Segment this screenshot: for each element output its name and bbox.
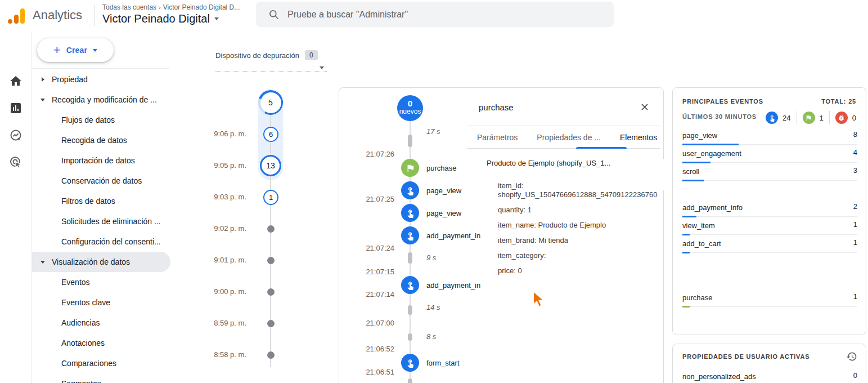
nav-item-configuracion-consentimiento[interactable]: Configuración del consenti... bbox=[32, 231, 176, 252]
timeline-time-label: 9:06 p. m. bbox=[201, 130, 246, 138]
create-button-label: Crear bbox=[66, 46, 88, 55]
event-count-row[interactable]: scroll3 bbox=[682, 166, 857, 181]
conversion-flag-icon bbox=[803, 112, 815, 124]
top-events-card: PRINCIPALES EVENTOS TOTAL: 25 ÚLTIMOS 30… bbox=[672, 87, 866, 335]
stream-timestamp: 21:07:00 bbox=[339, 319, 394, 327]
chevron-right-icon: › bbox=[159, 4, 161, 11]
stream-timestamp: 21:07:25 bbox=[339, 195, 394, 203]
breadcrumb-current[interactable]: Victor Peinado Digital D... bbox=[163, 3, 240, 11]
touch-event-icon bbox=[766, 112, 778, 124]
timeline-time-label: 9:00 p. m. bbox=[201, 287, 246, 296]
new-events-badge[interactable]: 0 nuevos bbox=[397, 95, 423, 121]
stream-timestamp: 21:07:15 bbox=[339, 268, 394, 276]
nav-item-flujos-de-datos[interactable]: Flujos de datos bbox=[32, 110, 176, 130]
event-count-row[interactable]: purchase1 bbox=[682, 292, 857, 307]
stream-event-form-start[interactable]: form_start bbox=[401, 354, 460, 372]
stream-event-add-payment[interactable]: add_payment_in bbox=[401, 276, 480, 294]
nav-item-solicitudes-eliminacion[interactable]: Solicitudes de eliminación ... bbox=[32, 211, 176, 231]
nav-item-filtros-de-datos[interactable]: Filtros de datos bbox=[32, 191, 176, 211]
nav-item-eventos[interactable]: Eventos bbox=[32, 272, 176, 292]
detail-tabs: Parámetros Propiedades de ... Elementos bbox=[477, 133, 657, 148]
event-count-row[interactable]: add_payment_info2 bbox=[682, 202, 857, 217]
nav-item-comparaciones[interactable]: Comparaciones bbox=[32, 353, 176, 373]
timeline-minute-current[interactable]: 5 bbox=[258, 90, 283, 115]
stream-axis bbox=[410, 108, 411, 383]
reports-icon[interactable] bbox=[9, 101, 23, 115]
stream-event-add-payment[interactable]: add_payment_in bbox=[401, 226, 480, 244]
event-count-row[interactable]: page_view8 bbox=[682, 130, 857, 145]
stream-event-page-view[interactable]: page_view bbox=[401, 204, 461, 222]
stream-duration: 17 s bbox=[426, 127, 440, 136]
top-events-title: PRINCIPALES EVENTOS bbox=[682, 98, 763, 105]
timeline-minute-859[interactable] bbox=[267, 320, 275, 327]
counter-divider bbox=[797, 111, 797, 124]
stream-timestamp: 21:06:52 bbox=[339, 345, 394, 353]
stream-timestamp: 21:07:24 bbox=[339, 244, 394, 252]
stream-duration: 9 s bbox=[426, 253, 436, 262]
timeline-minute-901[interactable] bbox=[267, 257, 275, 264]
debug-device-selector[interactable]: Dispositivo de depuración 0 bbox=[215, 50, 318, 60]
timeline-axis bbox=[270, 103, 271, 367]
breadcrumb-root[interactable]: Todas las cuentas bbox=[102, 3, 156, 11]
chevron-right-icon bbox=[39, 69, 47, 90]
event-count-row[interactable]: user_engagement4 bbox=[682, 148, 857, 163]
event-bar bbox=[682, 180, 704, 181]
search-input[interactable]: Pruebe a buscar "Administrar" bbox=[256, 2, 614, 27]
field-item-brand: item_brand: Mi tienda bbox=[498, 236, 660, 245]
item-expander[interactable]: Producto de Ejemplo (shopify_US_1... 6 bbox=[487, 159, 655, 167]
timeline-minute-905[interactable]: 13 bbox=[260, 155, 281, 176]
top-events-subtitle: ÚLTIMOS 30 MINUTOS bbox=[682, 113, 757, 120]
breadcrumb[interactable]: Todas las cuentas›Victor Peinado Digital… bbox=[102, 3, 240, 11]
detail-header-divider bbox=[467, 126, 660, 126]
nav-item-segmentos[interactable]: Segmentos bbox=[32, 373, 176, 383]
debug-device-count-badge: 0 bbox=[305, 50, 318, 60]
nav-section-propiedad[interactable]: Propiedad bbox=[32, 69, 176, 90]
nav-item-recogida-de-datos[interactable]: Recogida de datos bbox=[32, 130, 176, 150]
advertising-icon[interactable] bbox=[9, 155, 23, 169]
user-property-row[interactable]: non_personalized_ads0 bbox=[682, 371, 857, 381]
stream-event-purchase[interactable]: purchase bbox=[401, 159, 456, 177]
create-button[interactable]: + Crear bbox=[37, 38, 114, 62]
conversion-events-counter: 1 bbox=[803, 112, 824, 124]
nav-item-audiencias[interactable]: Audiencias bbox=[32, 313, 176, 333]
conversion-flag-icon bbox=[401, 159, 419, 177]
event-count-row[interactable]: add_to_cart1 bbox=[682, 238, 857, 253]
timeline-minute-903[interactable]: 1 bbox=[263, 190, 278, 205]
mouse-cursor bbox=[530, 290, 546, 309]
touch-event-icon bbox=[401, 354, 419, 372]
search-placeholder: Pruebe a buscar "Administrar" bbox=[287, 10, 408, 20]
touch-event-icon bbox=[401, 226, 419, 244]
timeline-minute-902[interactable] bbox=[267, 225, 275, 233]
nav-item-conservacion-de-datos[interactable]: Conservación de datos bbox=[32, 171, 176, 191]
chevron-down-icon[interactable] bbox=[320, 66, 324, 69]
stream-gap-marker bbox=[408, 252, 412, 264]
nav-list: Propiedad Recogida y modificación de ...… bbox=[32, 69, 176, 383]
tab-parametros[interactable]: Parámetros bbox=[477, 133, 518, 148]
tab-propiedades[interactable]: Propiedades de ... bbox=[537, 133, 601, 148]
nav-divider bbox=[32, 68, 169, 69]
event-stream-card: 0 nuevos 17 s 9 s 14 s 8 s 21:07:26 21:0… bbox=[339, 87, 664, 383]
error-bug-icon bbox=[835, 112, 848, 124]
nav-section-recogida[interactable]: Recogida y modificación de ... bbox=[32, 90, 176, 110]
stream-gap-marker bbox=[408, 305, 412, 315]
nav-item-importacion-de-datos[interactable]: Importación de datos bbox=[32, 150, 176, 171]
property-switcher[interactable]: Victor Peinado Digital bbox=[102, 12, 219, 25]
stream-event-page-view[interactable]: page_view bbox=[401, 181, 461, 199]
field-item-category: item_category: bbox=[498, 251, 660, 260]
explore-icon[interactable] bbox=[9, 128, 23, 142]
timeline-minute-900[interactable] bbox=[267, 288, 275, 296]
search-icon bbox=[268, 9, 280, 20]
nav-item-anotaciones[interactable]: Anotaciones bbox=[32, 333, 176, 353]
tab-elementos[interactable]: Elementos bbox=[620, 133, 657, 148]
event-count-row[interactable]: view_item1 bbox=[682, 220, 857, 235]
timeline-time-label: 9:03 p. m. bbox=[201, 193, 246, 201]
history-icon[interactable] bbox=[846, 351, 857, 362]
analytics-logo-icon[interactable] bbox=[8, 8, 25, 24]
nav-section-visualizacion[interactable]: Visualización de datos bbox=[32, 252, 170, 272]
home-icon[interactable] bbox=[9, 74, 23, 88]
timeline-time-label: 9:01 p. m. bbox=[201, 256, 246, 264]
nav-item-eventos-clave[interactable]: Eventos clave bbox=[32, 292, 176, 313]
close-icon[interactable] bbox=[639, 101, 650, 113]
timeline-minute-858[interactable] bbox=[267, 351, 275, 359]
timeline-minute-906[interactable]: 6 bbox=[263, 127, 278, 142]
